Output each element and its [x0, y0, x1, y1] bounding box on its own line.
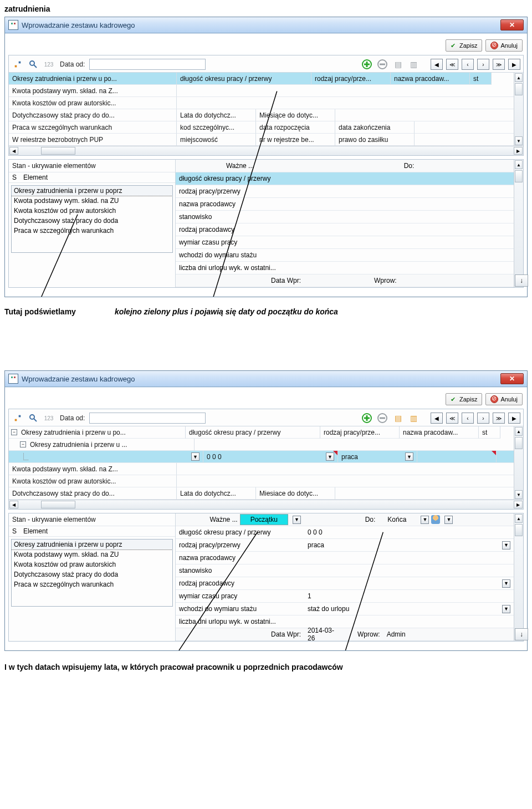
props1-vscroll[interactable]: ▲ ↓: [514, 160, 523, 287]
wazne-value[interactable]: Początku: [240, 514, 288, 525]
nav-back[interactable]: ‹: [462, 59, 474, 70]
grid1-vscroll[interactable]: ▲▼: [514, 73, 523, 146]
save-button[interactable]: ✔Zapisz: [446, 393, 482, 405]
stan-listbox[interactable]: Okresy zatrudnienia i przerw u poprz Kwo…: [11, 185, 173, 253]
nav-first[interactable]: ◀: [431, 413, 443, 424]
prop-val[interactable]: 1: [308, 592, 311, 600]
list-item[interactable]: Dotychczasowy staż pracy do doda: [12, 216, 172, 226]
dropdown-icon[interactable]: ▼: [502, 605, 510, 613]
prop-key[interactable]: nazwa pracodawcy: [176, 553, 304, 563]
cancel-button[interactable]: Anuluj: [485, 393, 523, 405]
row-label[interactable]: Dotvchczasowy staż pracy do do...: [9, 487, 177, 500]
remove-icon[interactable]: [376, 411, 389, 425]
prop-key[interactable]: wchodzi do wymiaru stażu: [176, 604, 304, 614]
grid2-vscroll[interactable]: ▲▼: [514, 426, 523, 500]
date-from-input[interactable]: [89, 59, 206, 70]
cell[interactable]: 0 0 0▼: [203, 451, 338, 463]
tree-row-selected[interactable]: ▼: [9, 451, 203, 463]
prop-key[interactable]: rodzaj pracodawcy: [176, 225, 304, 235]
row-label[interactable]: Praca w szczególnych warunkach: [9, 121, 177, 134]
person-icon[interactable]: [431, 515, 440, 524]
prop-key[interactable]: wymiar czasu pracy: [176, 237, 304, 247]
nav-fastback[interactable]: ≪: [446, 413, 458, 424]
prop-val[interactable]: praca: [308, 541, 324, 549]
prop-val[interactable]: 0 0 0: [308, 528, 323, 536]
nav-fastfwd[interactable]: ≫: [493, 59, 505, 70]
close-button[interactable]: ✕: [500, 373, 524, 384]
cell[interactable]: praca▼: [338, 451, 417, 463]
grid2[interactable]: −Okresy zatrudnienia i przerw u po... dł…: [9, 426, 523, 500]
prop-val[interactable]: staż do urlopu: [308, 605, 349, 613]
list-item[interactable]: Kwota podstawy wym. skład. na ZU: [12, 549, 172, 559]
row-label[interactable]: Dotychczasowy staż pracy do do...: [9, 109, 177, 121]
tree-row[interactable]: −Okresy zatrudnienia i przerw u ...: [9, 439, 195, 451]
dropdown-icon[interactable]: ▼: [421, 516, 429, 524]
list-item[interactable]: Praca w szczególnych warunkach: [12, 579, 172, 589]
form2-icon[interactable]: ▥: [407, 58, 420, 71]
prop-key[interactable]: rodzaj pracodawcy: [176, 578, 304, 588]
dropdown-icon[interactable]: ▼: [191, 452, 200, 461]
prop-key[interactable]: wymiar czasu pracy: [176, 591, 304, 601]
prop-key[interactable]: wchodzi do wymiaru stażu: [176, 250, 304, 260]
nav-last[interactable]: ▶: [508, 59, 520, 70]
stan-listbox[interactable]: Okresy zatrudnienia i przerw u poprz Kwo…: [11, 539, 173, 607]
grid2-hscroll[interactable]: ◀▶: [9, 500, 523, 509]
grid1[interactable]: Okresy zatrudnienia i przerw u po... dłu…: [9, 73, 523, 146]
magnifier-icon[interactable]: [27, 58, 40, 71]
do-value[interactable]: Końca: [377, 515, 416, 525]
row-label[interactable]: Kwota podstawy wym. skład. na Z...: [9, 463, 177, 475]
tools-icon[interactable]: [11, 411, 24, 425]
prop-key[interactable]: długość okresu pracy / przerwy: [176, 527, 304, 537]
row-label[interactable]: Okresy zatrudnienia i przerw u po...: [9, 73, 177, 85]
form2-icon[interactable]: ▥: [407, 411, 420, 425]
save-button[interactable]: ✔Zapisz: [446, 39, 482, 52]
prop-key[interactable]: stanowisko: [176, 566, 304, 576]
expand-down-button[interactable]: ↓: [515, 628, 528, 640]
add-icon[interactable]: [360, 58, 374, 71]
row-label[interactable]: W reiestrze bezrobotnych PUP: [9, 134, 177, 146]
tree-row[interactable]: −Okresy zatrudnienia i przerw u po...: [9, 426, 186, 439]
dropdown-icon[interactable]: ▼: [502, 541, 510, 549]
form-icon[interactable]: ▤: [391, 58, 405, 71]
list-item[interactable]: Kwota kosztów od praw autorskich: [12, 559, 172, 569]
prop-key[interactable]: stanowisko: [176, 212, 304, 222]
close-button[interactable]: ✕: [500, 19, 524, 30]
list-item[interactable]: Praca w szczególnych warunkach: [12, 226, 172, 236]
remove-icon[interactable]: [376, 58, 389, 71]
nav-fastback[interactable]: ≪: [446, 59, 458, 70]
cancel-button[interactable]: Anuluj: [485, 39, 523, 52]
nav-fastfwd[interactable]: ≫: [493, 413, 505, 424]
prop-key[interactable]: nazwa pracodawcy: [176, 199, 304, 209]
nav-back[interactable]: ‹: [462, 413, 474, 424]
prop-key[interactable]: długość okresu pracy / przerwy: [176, 174, 304, 184]
magnifier-icon[interactable]: [27, 411, 40, 425]
list-item[interactable]: Kwota kosztów od praw autorskich: [12, 206, 172, 216]
form-icon[interactable]: ▤: [391, 411, 405, 425]
cell[interactable]: [417, 451, 497, 463]
grid1-hscroll[interactable]: ◀▶: [9, 146, 523, 155]
dropdown-icon[interactable]: ▼: [293, 516, 301, 524]
nav-last[interactable]: ▶: [508, 413, 520, 424]
list-item[interactable]: Kwota podstawy wym. skład. na ZU: [12, 196, 172, 206]
numbers-icon[interactable]: 123: [42, 58, 55, 71]
list-item[interactable]: Dotychczasowy staż pracy do doda: [12, 569, 172, 579]
date-from-input[interactable]: [89, 413, 206, 424]
nav-first[interactable]: ◀: [431, 59, 443, 70]
nav-fwd[interactable]: ›: [477, 59, 489, 70]
list-item[interactable]: Okresy zatrudnienia i przerw u poprz: [12, 540, 172, 549]
row-label[interactable]: Kwota kosztów od praw autorskic...: [9, 97, 177, 109]
dropdown-icon[interactable]: ▼: [405, 452, 413, 461]
numbers-icon[interactable]: 123: [42, 411, 55, 425]
row-label[interactable]: Kwota kosztów od praw autorskic...: [9, 475, 177, 487]
nav-fwd[interactable]: ›: [477, 413, 489, 424]
dropdown-icon[interactable]: ▼: [444, 516, 453, 524]
tools-icon[interactable]: [11, 58, 24, 71]
prop-key[interactable]: rodzaj pracy/przerwy: [176, 540, 304, 550]
dropdown-icon[interactable]: ▼: [502, 579, 510, 588]
add-icon[interactable]: [360, 411, 374, 425]
prop-key[interactable]: liczba dni urlopu wyk. w ostatni...: [176, 263, 304, 273]
prop-key[interactable]: rodzaj pracy/przerwy: [176, 186, 304, 196]
list-item[interactable]: Okresy zatrudnienia i przerw u poprz: [12, 186, 172, 196]
prop-key[interactable]: liczba dni urlopu wyk. w ostatni...: [176, 617, 304, 627]
expand-down-button[interactable]: ↓: [515, 274, 528, 287]
